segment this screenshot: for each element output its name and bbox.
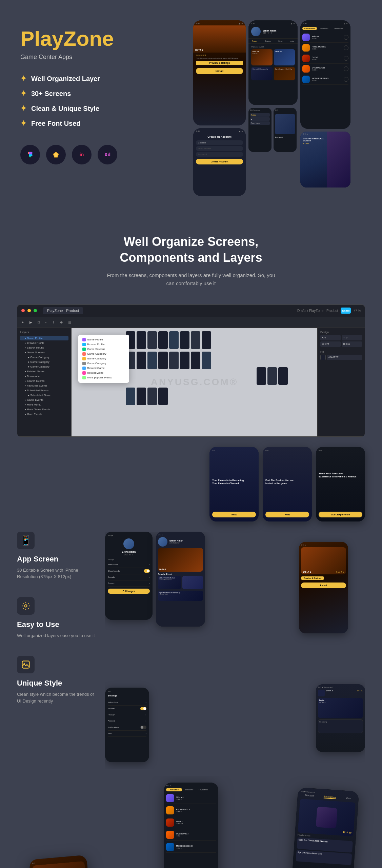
zoom-level: 47 % xyxy=(354,309,361,312)
unique-style-icon-box xyxy=(17,656,35,673)
xd-icon[interactable]: Xd xyxy=(98,145,117,164)
layer-item[interactable]: ▸ Game Category xyxy=(20,364,68,369)
sketch-icon[interactable] xyxy=(46,145,66,164)
layer-item[interactable]: ▸ Game Profile xyxy=(20,336,68,340)
phone-profile: 9:41▶ ✦ Erlink Halah 3/16 47 8 Puzzle St… xyxy=(248,20,298,105)
app-screen-icon-box: 📱 xyxy=(17,532,35,549)
phone-dota-main: 9:41▶ ✦ DoTA 2 ★★★★★ Dota 2 is a multipl… xyxy=(193,20,246,125)
hero-title: PlayZone xyxy=(20,27,183,50)
layer-item[interactable]: ▸ Search Round xyxy=(20,346,68,350)
inspector-h[interactable]: H: 812 xyxy=(342,341,362,347)
layer-item[interactable]: ▸ Game Events xyxy=(20,398,68,402)
tool-icons-row: in Xd xyxy=(20,145,183,164)
layer-item[interactable]: ▸ Scheduled Events xyxy=(20,388,68,393)
layers-panel: Layers ▸ Game Profile ▸ Browse Profile ▸… xyxy=(17,328,72,436)
feature-app-screen: 📱 App Screen 30 Editable Screen with iPh… xyxy=(17,532,98,580)
clp-item[interactable]: Browse Profile xyxy=(81,342,126,347)
layer-item[interactable]: ▸ Bookmarks xyxy=(20,374,68,378)
figma-icon[interactable] xyxy=(20,145,40,164)
onboarding-phone-2: 9:41 Feel The Best on You areInvited in … xyxy=(263,447,312,521)
svg-point-0 xyxy=(30,154,33,157)
final-dota-phone: 9:43 DoTA 2 ★★★★★ Install xyxy=(29,855,97,868)
clp-item[interactable]: Game Category xyxy=(81,356,126,361)
onboarding-phone-1: 9:41 Your Favourite to BecomingYour Favo… xyxy=(209,447,259,521)
feature-unique-style-title: Unique Style xyxy=(17,679,98,688)
clp-item[interactable]: More popular events xyxy=(81,375,126,380)
inspector-x[interactable]: X: 0 xyxy=(320,335,341,340)
features-with-phones: 📱 App Screen 30 Editable Screen with iPh… xyxy=(0,532,382,769)
invision-icon[interactable]: in xyxy=(72,145,92,164)
editor-toolbar: PlayZone - Product Drafts / PlayZone - P… xyxy=(17,305,365,317)
canvas-layer-panel[interactable]: Game Profile Browse Profile Game Screens… xyxy=(78,335,129,383)
easy-to-use-icon-box xyxy=(17,597,35,615)
layer-item[interactable]: ▸ More Events xyxy=(20,412,68,416)
star-icon-3: ✦ xyxy=(20,104,26,113)
share-button[interactable]: Share xyxy=(341,308,351,314)
clp-item[interactable]: Game Screens xyxy=(81,347,126,352)
star-icon-1: ✦ xyxy=(20,74,26,83)
screen-thumb xyxy=(137,388,146,405)
section-main-title: Well Organize Screens,Components and Lay… xyxy=(20,234,362,266)
editor-body: Layers ▸ Game Profile ▸ Browse Profile ▸… xyxy=(17,328,365,436)
screen-thumb xyxy=(126,388,135,405)
hero-left-panel: PlayZone Game Center Apps ✦ Well Organiz… xyxy=(20,20,183,200)
layer-item[interactable]: ▸ Related Game xyxy=(20,369,68,374)
layer-item[interactable]: ▸ Game Category xyxy=(20,360,68,364)
screen-thumb xyxy=(137,331,146,349)
screen-thumb xyxy=(137,352,146,369)
clp-item[interactable]: Related Game xyxy=(81,366,126,371)
layer-item[interactable]: ▸ Browse Profile xyxy=(20,341,68,345)
clp-item[interactable]: Related Zone xyxy=(81,371,126,375)
clp-item[interactable]: Game Category xyxy=(81,361,126,366)
layer-item[interactable]: ▸ Game Screens xyxy=(20,350,68,355)
screen-thumb xyxy=(191,331,200,349)
star-icon-2: ✦ xyxy=(20,89,26,98)
layer-item[interactable]: ▸ More Game Events xyxy=(20,407,68,412)
screen-thumb xyxy=(147,352,157,369)
window-maximize-dot[interactable] xyxy=(34,309,37,312)
inspector-y[interactable]: Y: 0 xyxy=(342,335,362,340)
inspector-panel: Design X: 0 Y: 0 W: 375 H: 812 Fill #1A1… xyxy=(317,328,365,436)
feature-item-4: ✦ Free Font Used xyxy=(20,119,183,128)
onboarding-phones-row: 9:41 Your Favourite to BecomingYour Favo… xyxy=(17,447,365,521)
layer-item[interactable]: ▸ Search Events xyxy=(20,379,68,383)
editor-canvas: ANYUSG.COM® Game Profile Browse Profile … xyxy=(72,328,317,436)
feature-item-3: ✦ Clean & Unique Style xyxy=(20,104,183,113)
feature-easy-to-use-desc: Well organized layers ease you to use it xyxy=(17,632,98,639)
screen-thumb xyxy=(202,331,211,349)
clp-item[interactable]: Game Category xyxy=(81,352,126,356)
screen-thumb xyxy=(180,352,189,369)
screen-thumb xyxy=(158,331,168,349)
clp-item[interactable]: Game Profile xyxy=(81,337,126,342)
onboarding-phone-3: 9:41 Share Your AwesomeExperience with F… xyxy=(316,447,365,521)
feature-easy-to-use: Easy to Use Well organized layers ease y… xyxy=(17,597,98,639)
layer-item[interactable]: ▸ More More... xyxy=(20,402,68,407)
window-close-dot[interactable] xyxy=(21,309,25,312)
screen-thumb xyxy=(169,331,179,349)
layer-item[interactable]: ▸ Scheduled Game xyxy=(20,393,68,397)
editor-tab[interactable]: PlayZone - Product xyxy=(43,307,83,314)
collage-profile-phone: 9:41 ▶ Erlink Halah 3/16 47 8 Settings I… xyxy=(105,532,153,620)
screen-thumb xyxy=(158,352,168,369)
gear-icon xyxy=(21,601,31,611)
phone-tournament: 9:41 ▶ Dota Pro Circuit 2021 Division ★ … xyxy=(300,132,350,188)
phone-game-list: 9:41▶ ✦ Free Boost Discover Favourites V… xyxy=(300,20,350,129)
window-minimize-dot[interactable] xyxy=(27,309,31,312)
layer-item[interactable]: ▸ Favourite Events xyxy=(20,383,68,388)
feature-app-screen-title: App Screen xyxy=(17,555,98,564)
hero-phone-mockups: 9:41▶ ✦ DoTA 2 ★★★★★ Dota 2 is a multipl… xyxy=(193,20,362,200)
screen-thumb xyxy=(267,367,277,385)
layer-item[interactable]: ▸ Game Category xyxy=(20,355,68,359)
star-icon-4: ✦ xyxy=(20,119,26,128)
phones-collage-right: 9:41 ▶ Erlink Halah 3/16 47 8 Settings I… xyxy=(105,532,365,769)
screen-thumb xyxy=(180,331,189,349)
feature-unique-style-desc: Clean style which become the trends of U… xyxy=(17,691,98,704)
phone-icon: 📱 xyxy=(20,535,32,546)
svg-point-3 xyxy=(25,605,27,607)
section-description: From the screens, components and layers … xyxy=(106,271,276,288)
screen-thumb xyxy=(147,331,157,349)
inspector-w[interactable]: W: 375 xyxy=(320,341,341,347)
onboarding-section: 9:41 Your Favourite to BecomingYour Favo… xyxy=(0,437,382,532)
screen-thumb xyxy=(147,388,157,405)
screen-thumb xyxy=(278,367,288,385)
